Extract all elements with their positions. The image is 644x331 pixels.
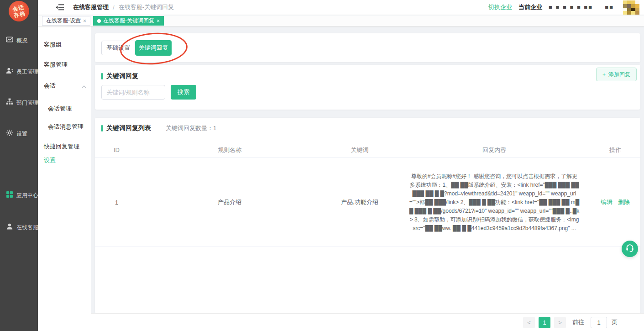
cell-rule-name: 产品介绍	[138, 198, 321, 206]
basic-settings-button[interactable]: 基础设置	[101, 41, 135, 55]
logo-text-bottom: 存档	[13, 10, 26, 18]
section-title: 关键词回复	[101, 72, 138, 80]
submenu-item-session-message-management[interactable]: 会话消息管理	[38, 122, 91, 132]
submenu-item-quick-reply-management[interactable]: 快捷回复管理	[38, 142, 91, 152]
user-avatar[interactable]	[623, 0, 639, 15]
table-row: 1 产品介绍 产品,功能介绍 尊敬的#会员昵称#您好！ 感谢您咨询，您可以点击根…	[95, 158, 640, 247]
submenu-item-service-group[interactable]: 客服组	[38, 40, 91, 50]
active-dot-icon	[97, 19, 101, 23]
chevron-up-icon	[82, 83, 86, 89]
column-header-rule: 规则名称	[138, 146, 321, 154]
breadcrumb: 在线客服管理 / 在线客服-关键词回复	[73, 3, 174, 11]
pagination-goto-label: 前往	[572, 318, 584, 326]
headset-icon	[625, 243, 635, 255]
cell-reply-content: 尊敬的#会员昵称#您好！ 感谢您咨询，您可以点击根据需求，了解更多系统功能：1、…	[408, 172, 580, 233]
open-tabs-bar: 在线客服-设置 × 在线客服-关键词回复 ×	[38, 16, 644, 26]
sidebar-item-label: 设置	[16, 130, 27, 138]
sidebar-item-label: 部门管理	[16, 99, 38, 107]
current-company-name-redacted: ■ ■ ■ ■ ■ ■■ ■■	[549, 3, 614, 11]
list-section-title: 关键词回复列表	[101, 124, 151, 132]
submenu-group-session[interactable]: 会话	[38, 81, 91, 91]
pagination-goto-input[interactable]	[591, 317, 607, 328]
title-accent-bar	[101, 73, 103, 79]
title-accent-bar	[101, 125, 103, 131]
overview-chart-icon	[6, 36, 13, 45]
tab-label: 在线客服-关键词回复	[103, 17, 154, 25]
department-tree-icon	[6, 98, 13, 107]
plus-icon: +	[602, 71, 606, 78]
switch-company-link[interactable]: 切换企业	[488, 3, 512, 11]
pagination-next-button[interactable]: >	[554, 317, 566, 328]
pagination-unit-label: 页	[612, 318, 618, 326]
keyword-search-input[interactable]	[101, 85, 165, 100]
header-right-group: 切换企业 当前企业 ■ ■ ■ ■ ■ ■■ ■■	[488, 0, 639, 15]
sidebar-item-app-center[interactable]: 应用中心	[0, 190, 38, 200]
sidebar-item-label: 应用中心	[16, 192, 38, 200]
submenu-item-service-management[interactable]: 客服管理	[38, 60, 91, 70]
top-header: 在线客服管理 / 在线客服-关键词回复 切换企业 当前企业 ■ ■ ■ ■ ■ …	[38, 0, 644, 15]
view-tabs-panel: 基础设置 关键词回复	[95, 33, 640, 62]
reply-count-text: 关键词回复数量：1	[166, 124, 216, 132]
tab-label: 在线客服-设置	[46, 17, 81, 25]
app-center-grid-icon	[6, 191, 13, 200]
breadcrumb-root[interactable]: 在线客服管理	[73, 3, 109, 11]
settings-gear-icon	[6, 129, 13, 138]
pagination-page-1[interactable]: 1	[539, 317, 550, 328]
tab-keyword-reply[interactable]: 在线客服-关键词回复 ×	[93, 16, 164, 26]
sidebar-item-label: 在线客服	[16, 224, 38, 231]
app-logo: 会话 存档	[7, 0, 31, 23]
column-header-keyword: 关键词	[321, 146, 398, 154]
sidebar-item-employees[interactable]: 员工管理	[0, 67, 38, 77]
sidebar-item-online-service[interactable]: 在线客服	[0, 222, 38, 232]
pagination-bar: < 1 > 前往 页	[91, 313, 644, 331]
keyword-reply-button[interactable]: 关键词回复	[135, 40, 172, 56]
cell-keywords: 产品,功能介绍	[321, 198, 398, 206]
pagination-prev-button[interactable]: <	[523, 317, 535, 328]
app-window: 会话 存档 概况 员工管理 部门管理 设置	[0, 0, 644, 331]
submenu-item-session-management[interactable]: 会话管理	[38, 104, 91, 114]
floating-service-button[interactable]	[622, 241, 638, 257]
current-company-label: 当前企业	[518, 3, 542, 11]
cell-id: 1	[95, 199, 138, 206]
sidebar-item-label: 员工管理	[16, 68, 38, 76]
column-header-id: ID	[95, 147, 138, 153]
breadcrumb-separator: /	[113, 4, 115, 11]
online-service-person-icon	[6, 223, 13, 232]
keyword-reply-list-panel: 关键词回复列表 关键词回复数量：1 ID 规则名称 关键词 回复内容 操作 1 …	[95, 118, 640, 313]
sidebar-item-settings[interactable]: 设置	[0, 129, 38, 139]
breadcrumb-current: 在线客服-关键词回复	[119, 3, 174, 11]
delete-link[interactable]: 删除	[618, 198, 630, 206]
add-reply-button[interactable]: + 添加回复	[596, 68, 637, 81]
sidebar-item-overview[interactable]: 概况	[0, 36, 38, 46]
keyword-reply-search-panel: 关键词回复 搜索 + 添加回复	[95, 65, 640, 110]
close-icon[interactable]: ×	[83, 18, 86, 24]
employee-icon	[6, 67, 13, 76]
close-icon[interactable]: ×	[157, 18, 160, 24]
table-header-row: ID 规则名称 关键词 回复内容 操作	[95, 142, 640, 158]
edit-link[interactable]: 编辑	[601, 198, 613, 206]
secondary-sidebar: 客服组 客服管理 会话 会话管理 会话消息管理 快捷回复管理 设置	[38, 26, 91, 331]
search-button[interactable]: 搜索	[171, 85, 196, 100]
main-content: 基础设置 关键词回复 关键词回复 搜索 + 添加回复 关键词回复列表 关键词回复…	[91, 26, 644, 331]
primary-sidebar: 会话 存档 概况 员工管理 部门管理 设置	[0, 0, 38, 331]
column-header-reply: 回复内容	[398, 146, 590, 154]
tab-online-service-settings[interactable]: 在线客服-设置 ×	[42, 16, 90, 26]
sidebar-fold-icon[interactable]	[56, 4, 64, 11]
column-header-actions: 操作	[590, 146, 640, 154]
sidebar-item-departments[interactable]: 部门管理	[0, 98, 38, 108]
sidebar-item-label: 概况	[16, 37, 27, 45]
submenu-item-settings[interactable]: 设置	[38, 155, 91, 165]
